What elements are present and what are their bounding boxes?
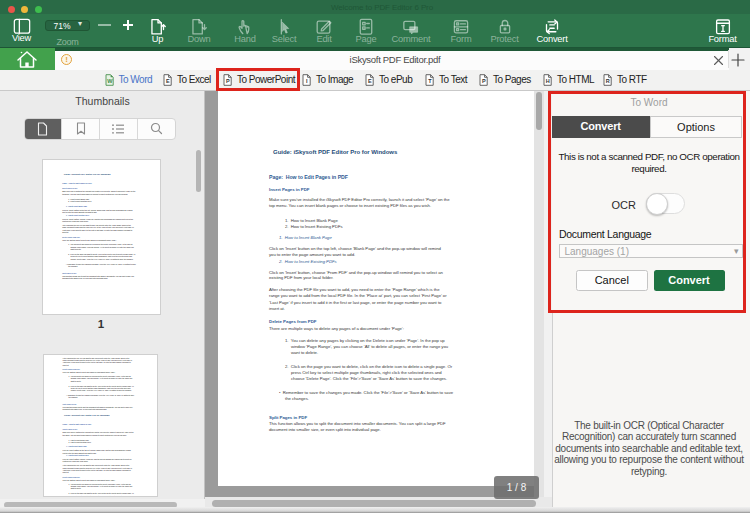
svg-text:H: H [546,78,550,84]
svg-text:R: R [606,78,610,84]
